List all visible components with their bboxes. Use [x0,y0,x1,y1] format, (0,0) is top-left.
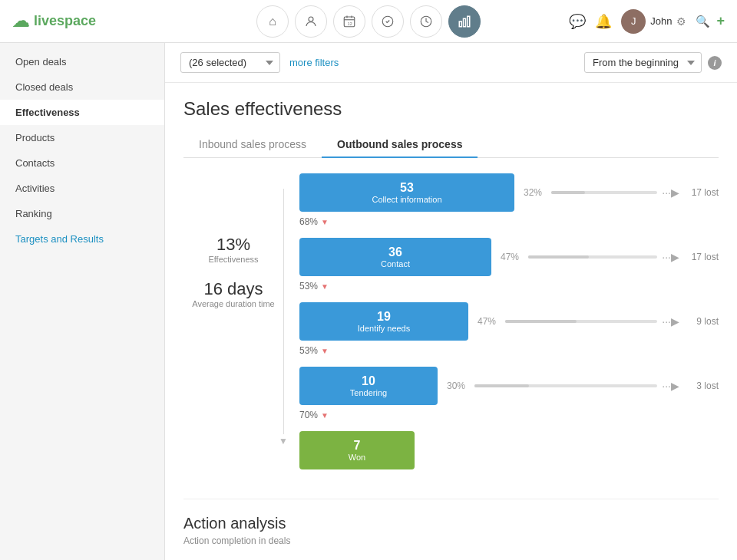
duration-label: Average duration time [183,299,283,308]
conversion-pct-4: 70% [299,410,318,420]
duration-value: 16 days [183,279,283,299]
section-content: Sales effectiveness Inbound sales proces… [165,83,737,560]
funnel-steps: 53 Collect information 32% ···▶ 17 lost [299,173,719,476]
nav-contact-btn[interactable] [295,5,327,38]
down-arrow-4: ▼ [321,411,329,420]
lost-pct-1: 32% [524,187,547,198]
lost-bar-fill-1 [551,191,585,194]
nav-calendar-btn[interactable]: 12 [333,5,365,38]
info-icon[interactable]: i [708,56,722,70]
avatar: J [621,9,646,34]
down-arrow-3: ▼ [321,347,329,355]
conversion-3: 53% ▼ [299,344,719,361]
conversion-pct-3: 53% [299,345,318,356]
bell-icon[interactable]: 🔔 [595,13,612,30]
action-title: Action analysis [183,515,719,532]
stage-bar-5: 7 Won [299,431,415,469]
content-area: (26 selected) more filters From the begi… [165,43,737,560]
svg-point-0 [309,17,313,21]
stage-count-2: 36 [388,245,402,259]
nav-tasks-btn[interactable] [372,5,404,38]
sidebar: Open deals Closed deals Effectiveness Pr… [0,43,165,560]
lost-info-4: 30% ···▶ 3 lost [447,380,719,392]
lost-count-2: 17 lost [684,252,719,262]
lost-count-1: 17 lost [684,187,719,198]
stage-bar-4: 10 Tendering [299,367,438,405]
stage-count-5: 7 [354,439,361,452]
sidebar-item-contacts[interactable]: Contacts [0,150,164,176]
chat-icon[interactable]: 💬 [569,13,586,30]
sidebar-item-targets[interactable]: Targets and Results [0,226,164,252]
nav-reports-btn[interactable] [448,5,481,38]
lost-bar-fill-2 [528,255,589,259]
sidebar-item-effectiveness[interactable]: Effectiveness [0,100,164,125]
tabs: Inbound sales process Outbound sales pro… [183,132,719,158]
add-icon[interactable]: + [716,13,725,29]
funnel-row-1: 53 Collect information 32% ···▶ 17 lost [299,173,719,232]
stage-bar-1: 53 Collect information [299,173,514,212]
date-range-filter[interactable]: From the beginning [584,52,702,73]
funnel-area: 13% Effectiveness 16 days Average durati… [183,173,719,476]
stage-label-4: Tendering [312,388,425,397]
lost-bar-track-1 [551,191,657,194]
down-arrow-1: ▼ [321,218,329,226]
stage-bar-3: 19 Identify needs [299,302,468,341]
action-section: Action analysis Action completion in dea… [183,499,719,560]
funnel-stage-5: 7 Won [299,431,719,469]
nav-home-btn[interactable]: ⌂ [256,5,289,38]
svg-rect-9 [464,18,466,27]
stage-count-3: 19 [377,310,391,323]
settings-icon[interactable]: ⚙ [676,15,686,28]
lost-pct-3: 47% [478,316,501,327]
funnel-row-5: 7 Won [299,431,719,469]
lost-pct-2: 47% [501,252,524,262]
svg-text:12: 12 [348,21,352,25]
stats-panel: 13% Effectiveness 16 days Average durati… [183,173,283,324]
stage-label-1: Collect information [312,195,502,204]
lost-count-4: 3 lost [684,380,719,391]
action-subtitle: Action completion in deals [183,535,719,546]
tab-inbound[interactable]: Inbound sales process [183,132,322,158]
search-icon[interactable]: 🔍 [696,15,710,28]
lost-pct-4: 30% [447,380,470,391]
more-filters-link[interactable]: more filters [289,57,339,68]
lost-bar-track-2 [528,255,657,259]
svg-rect-10 [468,16,470,27]
username: John [650,15,672,27]
lost-count-3: 9 lost [684,316,719,327]
logo-icon: ☁ [12,12,29,31]
lost-bar-track-3 [505,320,657,323]
lost-bar-fill-3 [505,320,577,323]
nav-deals-btn[interactable] [410,5,442,38]
sidebar-item-open-deals[interactable]: Open deals [0,49,164,74]
sidebar-item-products[interactable]: Products [0,125,164,150]
sidebar-item-ranking[interactable]: Ranking [0,201,164,226]
filter-bar: (26 selected) more filters From the begi… [165,43,737,83]
pipeline-filter[interactable]: (26 selected) [180,52,280,73]
conversion-pct-1: 68% [299,216,318,227]
conversion-pct-2: 53% [299,281,318,292]
svg-rect-8 [459,21,461,27]
conversion-4: 70% ▼ [299,408,719,425]
nav-right: 💬 🔔 J John ⚙ 🔍 + [587,9,725,34]
lost-info-1: 32% ···▶ 17 lost [524,186,719,199]
funnel-stage-3: 19 Identify needs 47% ···▶ 9 lost [299,302,719,341]
sidebar-item-closed-deals[interactable]: Closed deals [0,74,164,100]
lost-info-2: 47% ···▶ 17 lost [501,251,719,263]
stage-count-4: 10 [362,374,375,387]
filter-right: From the beginning i [584,52,722,73]
search-add-area: 🔍 + [696,13,725,29]
funnel-stage-1: 53 Collect information 32% ···▶ 17 lost [299,173,719,212]
tab-outbound[interactable]: Outbound sales process [322,132,478,158]
stage-count-1: 53 [400,181,414,194]
stage-label-2: Contact [312,259,479,268]
down-arrow-2: ▼ [321,282,329,291]
funnel-row-2: 36 Contact 47% ···▶ 17 lost [299,238,719,296]
sidebar-item-activities[interactable]: Activities [0,176,164,201]
stage-bar-2: 36 Contact [299,238,491,276]
user-profile[interactable]: J John ⚙ [621,9,686,34]
stats-section: 13% Effectiveness 16 days Average durati… [183,173,284,434]
funnel-stage-2: 36 Contact 47% ···▶ 17 lost [299,238,719,276]
conversion-1: 68% ▼ [299,215,719,232]
main-layout: Open deals Closed deals Effectiveness Pr… [0,43,737,560]
